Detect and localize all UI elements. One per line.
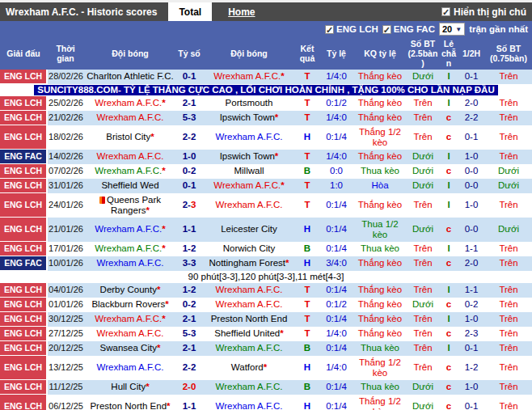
odds-result: Thắng 1/2 kèo xyxy=(354,125,406,150)
match-date: 27/12/25 xyxy=(47,327,84,341)
handicap-odds: 1/4:0 xyxy=(319,111,354,125)
away-team-name: Wrexham A.F.C. xyxy=(213,71,281,81)
over-under-0-75: Trên xyxy=(485,341,532,356)
full-time-score: 1-1 xyxy=(176,218,202,242)
away-team-name: Ipswich Town xyxy=(220,151,275,161)
league-badge: ENG LCH xyxy=(0,125,47,150)
odds-result: Thắng kèo xyxy=(354,111,406,125)
result-letter: H xyxy=(296,356,319,380)
home-team: Derby County* xyxy=(84,283,176,298)
table-row: ENG LCH24/01/26Queens Park Rangers*2-3Wr… xyxy=(0,193,532,218)
away-team: Watford* xyxy=(202,356,296,380)
home-team: Wrexham A.F.C.* xyxy=(84,242,176,256)
away-team-name: Nottingham Forest xyxy=(209,258,285,268)
filter-eng-fac-label: ENG FAC xyxy=(394,24,435,34)
over-under-0-75: Trên xyxy=(485,125,532,150)
table-row: ENG LCH30/12/25Wrexham A.F.C.*2-1Preston… xyxy=(0,312,532,327)
table-row: ENG LCH01/01/26Blackburn Rovers*0-2Wrexh… xyxy=(0,298,532,312)
odds-result: Thắng kèo xyxy=(354,70,406,84)
home-away-star: * xyxy=(150,132,154,142)
result-letter: B xyxy=(296,164,319,179)
result-letter: H xyxy=(296,256,319,271)
odds-result: Thắng kèo xyxy=(354,327,406,341)
odds-result: Thắng kèo xyxy=(354,312,406,327)
recent-count-suffix: trận gần nhất xyxy=(469,24,528,34)
league-badge: ENG FAC xyxy=(0,256,47,271)
result-letter: T xyxy=(296,150,319,164)
tab-total[interactable]: Total xyxy=(168,2,212,21)
odd-even: c xyxy=(440,164,458,179)
half-time-score: 2-2 xyxy=(458,111,485,125)
over-under-0-75: Trên xyxy=(485,193,532,218)
home-away-star: * xyxy=(281,180,284,190)
odd-even: c xyxy=(440,395,458,410)
checkbox-checked-icon[interactable]: ✓ xyxy=(441,7,450,16)
odds-result: Thua kèo xyxy=(354,380,406,395)
table-row: ENG LCH18/02/26Bristol City*2-2Wrexham A… xyxy=(0,125,532,150)
header-row: Giải đấuThời gianĐội bóngTỷ sốĐội bóngKế… xyxy=(0,37,532,70)
odd-even: l xyxy=(440,70,458,84)
checkbox-checked-icon[interactable]: ✓ xyxy=(325,25,334,34)
match-date: 24/01/26 xyxy=(47,193,84,218)
checkbox-checked-icon[interactable]: ✓ xyxy=(382,25,391,34)
column-header: Kết quả xyxy=(296,37,319,70)
result-letter: H xyxy=(296,218,319,242)
full-time-score: 2-2 xyxy=(176,125,202,150)
table-row: ENG LCH04/01/26Derby County*1-2Wrexham A… xyxy=(0,283,532,298)
handicap-odds: 0:1/2 xyxy=(319,96,354,111)
home-away-star: * xyxy=(162,243,165,253)
away-team-name: Watford xyxy=(231,362,264,372)
filter-eng-fac[interactable]: ✓ ENG FAC xyxy=(382,24,435,34)
ad-cell: SUNCITY888.COM- TỶ LỆ THẮNG CỰC CAO , LỐ… xyxy=(0,84,532,97)
handicap-odds: 0:1/4 xyxy=(319,395,354,410)
filter-bar: ✓ ENG LCH ✓ ENG FAC 20 ▼ trận gần nhất xyxy=(0,21,532,37)
ad-banner[interactable]: SUNCITY888.COM- TỶ LỆ THẮNG CỰC CAO , LỐ… xyxy=(34,85,497,95)
recent-count-select[interactable]: 20 ▼ xyxy=(439,23,465,36)
home-team: Wrexham A.F.C.* xyxy=(84,312,176,327)
handicap-odds: 0:1/2 xyxy=(319,298,354,312)
odds-result: Thắng 1/2 kèo xyxy=(354,356,406,380)
league-badge: ENG LCH xyxy=(0,283,47,298)
away-goals: 2 xyxy=(191,362,196,372)
home-away-star: * xyxy=(281,71,284,81)
half-time-score: 0-1 xyxy=(458,395,485,410)
over-under-2-5: Trên xyxy=(406,312,440,327)
home-team-name: Derby County xyxy=(100,285,157,294)
show-notes-toggle[interactable]: ✓ Hiển thị ghi chú xyxy=(441,2,532,21)
league-badge: ENG FAC xyxy=(0,150,47,164)
odds-result: Thua kèo xyxy=(354,164,406,179)
away-goals: 3 xyxy=(191,112,196,122)
filter-eng-lch[interactable]: ✓ ENG LCH xyxy=(325,24,378,34)
home-team-name: Swansea City xyxy=(100,343,157,353)
odds-result: Thắng 1/2 kèo xyxy=(354,395,406,410)
away-team: Ipswich Town* xyxy=(202,150,296,164)
odd-even: l xyxy=(440,283,458,298)
away-goals: 2 xyxy=(191,285,196,294)
away-goals: 0 xyxy=(191,382,196,391)
home-away-star: * xyxy=(165,299,168,309)
handicap-odds: 1/4:0 xyxy=(319,70,354,84)
away-team: Wrexham A.F.C. xyxy=(202,193,296,218)
full-time-score: 3-3 xyxy=(176,256,202,271)
away-team-name: Wrexham A.F.C. xyxy=(213,180,281,190)
home-team-name: Sheffield Wed xyxy=(101,180,158,190)
tab-home[interactable]: Home xyxy=(228,2,255,21)
over-under-2-5: Trên xyxy=(406,327,440,341)
column-header: KQ tỷ lệ xyxy=(354,37,406,70)
handicap-odds: 0:1/4 xyxy=(319,341,354,356)
over-under-2-5: Trên xyxy=(406,283,440,298)
table-row: ENG LCH07/02/26Wrexham A.F.C.*0-2Millwal… xyxy=(0,164,532,179)
over-under-0-75: Trên xyxy=(485,312,532,327)
page-title: Wrexham A.F.C. - Historic scores xyxy=(0,2,168,21)
odds-result: Thắng kèo xyxy=(354,283,406,298)
away-team: Ipswich Town* xyxy=(202,111,296,125)
away-team: Preston North End xyxy=(202,312,296,327)
away-team: Wrexham A.F.C. xyxy=(202,395,296,410)
half-time-score: 1-0 xyxy=(458,193,485,218)
over-under-2-5: Trên xyxy=(406,125,440,150)
odd-even: c xyxy=(440,298,458,312)
home-team: Wrexham A.F.C.* xyxy=(84,218,176,242)
over-under-0-75: Trên xyxy=(485,327,532,341)
result-letter: T xyxy=(296,111,319,125)
over-under-2-5: Trên xyxy=(406,242,440,256)
